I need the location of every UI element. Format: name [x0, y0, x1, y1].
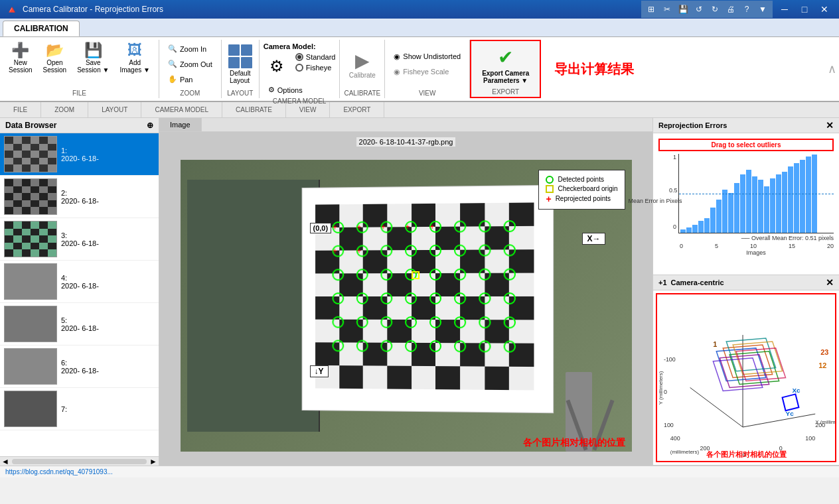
data-browser-sort-icon[interactable]: ⊕ — [147, 121, 153, 130]
close-button[interactable]: ✕ — [815, 0, 834, 19]
toolbar-icon-1[interactable]: ⊞ — [644, 2, 658, 17]
mean-dashed-line — [679, 194, 834, 194]
toolbar-icon-5[interactable]: ↻ — [708, 2, 722, 17]
bar-17 — [776, 174, 781, 233]
reprojection-errors-close[interactable]: ✕ — [826, 120, 834, 131]
options-icon: ⚙ — [268, 86, 275, 94]
zoom-group: 🔍 Zoom In 🔍 Zoom Out ✋ Pan ZOOM — [159, 40, 222, 98]
legend-detected: Detected points — [546, 176, 617, 184]
options-button[interactable]: ⚙ Options — [264, 84, 307, 96]
layout-group: DefaultLayout LAYOUT — [222, 40, 260, 98]
image-tab[interactable]: Image — [159, 118, 202, 131]
show-undistorted-button[interactable]: ◉ Show Undistorted — [389, 50, 465, 63]
bar-19 — [788, 166, 793, 233]
zoom-out-icon: 🔍 — [168, 60, 177, 68]
bar-5 — [704, 218, 710, 233]
minimize-button[interactable]: ─ — [775, 0, 794, 19]
maximize-button[interactable]: □ — [795, 0, 814, 19]
layout-section-label: LAYOUT — [88, 102, 141, 117]
options-label: Options — [277, 86, 303, 94]
thumbnail-3 — [4, 221, 57, 257]
new-session-label: NewSession — [9, 59, 33, 74]
image-filename: 2020- 6-18-10-41-37-rgb.png — [356, 137, 456, 147]
toolbar-icon-4[interactable]: ↺ — [692, 2, 706, 17]
x-arrow-label: X→ — [582, 233, 605, 245]
camera-model-icon: ⚙ — [264, 53, 290, 80]
thumbnail-7 — [4, 391, 57, 427]
list-item[interactable]: 5:2020- 6-18- — [0, 303, 159, 346]
bar-chart-container: Mean Error in Pixels 1 0.5 0 — [658, 154, 834, 269]
drag-select-label[interactable]: Drag to select outliers — [658, 139, 834, 151]
default-layout-button[interactable]: DefaultLayout — [226, 42, 255, 87]
add-images-button[interactable]: 🖼 AddImages ▼ — [115, 40, 154, 77]
calibrate-button[interactable]: ▶ Calibrate — [346, 47, 378, 82]
camera-centric-title: Camera-centric — [671, 279, 724, 286]
export-camera-params-label: Export CameraParameters ▼ — [482, 70, 529, 84]
open-session-label: OpenSession — [43, 59, 67, 74]
list-item[interactable]: 7: — [0, 388, 159, 430]
x-axis-label: Images — [678, 249, 834, 256]
list-item[interactable]: 6:2020- 6-18- — [0, 346, 159, 388]
right-scroll-arrow[interactable]: ► — [149, 457, 157, 466]
open-session-button[interactable]: 📂 OpenSession — [38, 40, 72, 77]
export-group-label: EXPORT — [477, 87, 534, 97]
url-bar: https://blog.csdn.net/qq_40791093... — [0, 466, 839, 477]
calibration-tab[interactable]: CALIBRATION — [3, 21, 80, 36]
svg-text:Yc: Yc — [786, 410, 795, 417]
image-panel: Image 2020- 6-18-10-41-37-rgb.png — [159, 118, 653, 466]
bar-10 — [734, 183, 739, 233]
new-session-icon: ➕ — [11, 43, 29, 58]
zoom-out-button[interactable]: 🔍 Zoom Out — [163, 58, 217, 70]
y-tick-0-5: 0.5 — [669, 187, 678, 194]
camera-model-group: Camera Model: ⚙ Standard Fisheye — [260, 40, 341, 98]
title-bar-title: Camera Calibrator - Reprojection Errors — [23, 5, 163, 14]
layout-group-items: DefaultLayout — [226, 40, 255, 88]
camera-centric-header: +1 Camera-centric ✕ — [653, 275, 839, 290]
standard-radio[interactable]: Standard — [295, 53, 336, 61]
toolbar-icon-3[interactable]: 💾 — [676, 2, 690, 17]
svg-marker-79 — [783, 394, 799, 410]
bar-6 — [710, 208, 716, 233]
new-session-button[interactable]: ➕ NewSession — [4, 40, 37, 77]
list-item[interactable]: 2:2020- 6-18- — [0, 176, 159, 218]
quick-access-toolbar: ⊞ ✂ 💾 ↺ ↻ 🖨 ? ▼ — [641, 1, 773, 18]
file-group-items: ➕ NewSession 📂 OpenSession 💾 SaveSession… — [4, 40, 155, 88]
data-browser-title: Data Browser — [5, 121, 56, 130]
checkerboard-paper: + + + + + + + — [301, 184, 554, 412]
left-scroll-arrow[interactable]: ◄ — [1, 457, 9, 466]
list-item[interactable]: 1:2020- 6-18- — [0, 133, 159, 176]
list-item[interactable]: 4:2020- 6-18- — [0, 261, 159, 303]
svg-text:X (millime...: X (millime... — [815, 419, 835, 425]
fisheye-radio-input[interactable] — [295, 64, 303, 72]
zoom-in-button[interactable]: 🔍 Zoom In — [163, 42, 211, 55]
export-camera-params-button[interactable]: ✔ Export CameraParameters ▼ — [477, 44, 534, 87]
save-session-icon: 💾 — [84, 43, 102, 58]
fisheye-scale-button[interactable]: ◉ Fisheye Scale — [389, 66, 453, 78]
toolbar-icon-7[interactable]: ? — [739, 2, 754, 17]
item-5-label: 5:2020- 6-18- — [61, 316, 99, 332]
calibrate-label: Calibrate — [349, 72, 376, 79]
camera-centric-panel: +1 Camera-centric ✕ -100 0 100 400 2 — [653, 275, 839, 466]
zoom-in-label: Zoom In — [180, 45, 206, 53]
standard-radio-input[interactable] — [295, 53, 303, 61]
toolbar-icon-6[interactable]: 🖨 — [724, 2, 738, 17]
list-item[interactable]: 3:2020- 6-18- — [0, 218, 159, 261]
save-session-button[interactable]: 💾 SaveSession ▼ — [72, 40, 114, 77]
checkerboard-origin-icon — [546, 185, 554, 193]
bar-13 — [752, 176, 757, 233]
camera-centric-close[interactable]: ✕ — [826, 277, 834, 288]
reprojection-chart-area: Drag to select outliers Mean Error in Pi… — [653, 133, 839, 275]
ribbon-collapse-arrow[interactable]: ∧ — [825, 40, 839, 98]
data-browser: Data Browser ⊕ 1:2020- 6-18- — [0, 118, 159, 466]
camera-centric-bottom-annotation: 各个图片相对相机的位置 — [660, 450, 832, 460]
default-layout-label: DefaultLayout — [230, 70, 251, 84]
collapse-icon: ∧ — [828, 62, 836, 76]
bar-21 — [800, 160, 805, 233]
toolbar-icon-2[interactable]: ✂ — [660, 2, 674, 17]
fisheye-radio[interactable]: Fisheye — [295, 64, 336, 72]
toolbar-icon-expand[interactable]: ▼ — [755, 2, 770, 17]
pan-button[interactable]: ✋ Pan — [163, 73, 198, 86]
zoom-group-items: 🔍 Zoom In 🔍 Zoom Out ✋ Pan — [163, 40, 217, 88]
camera-centric-svg: -100 0 100 400 200 0 0 100 200 Y (millim… — [657, 294, 835, 461]
data-browser-hscroll[interactable]: ◄ ► — [0, 456, 159, 466]
